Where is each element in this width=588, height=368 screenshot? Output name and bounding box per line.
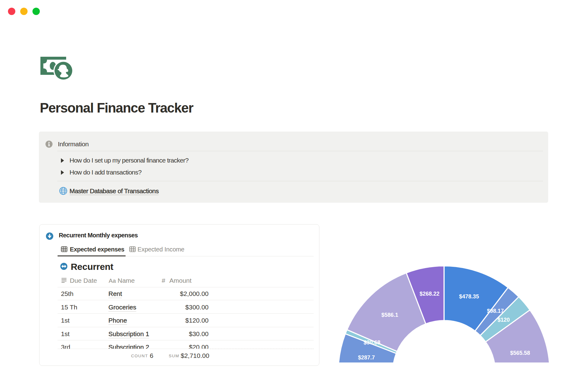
svg-text:$98.17: $98.17 [487, 308, 504, 314]
svg-text:$586.1: $586.1 [381, 312, 398, 318]
svg-text:$478.35: $478.35 [459, 293, 479, 300]
svg-text:$120: $120 [497, 317, 510, 323]
svg-text:$268.22: $268.22 [420, 291, 439, 297]
svg-text:$287.7: $287.7 [358, 355, 375, 361]
svg-text:$565.58: $565.58 [510, 350, 530, 356]
svg-text:$30.68: $30.68 [364, 339, 380, 346]
